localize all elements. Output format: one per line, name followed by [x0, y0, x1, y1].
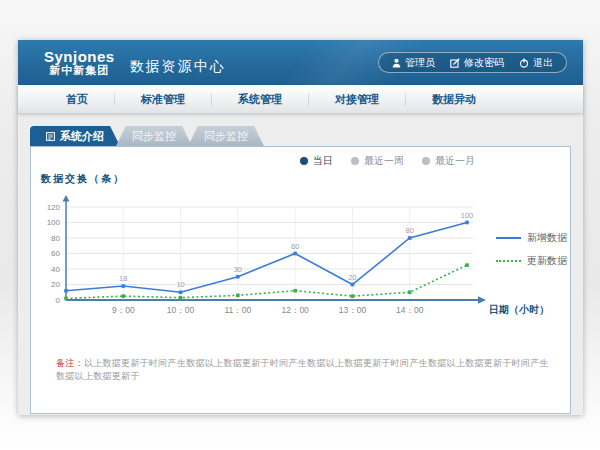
- chart-legend: 新增数据 更新数据: [496, 231, 567, 268]
- radio-dot: [422, 157, 430, 165]
- tab-sync-monitor-2[interactable]: 同步监控: [188, 126, 264, 146]
- legend-item-new-data: 新增数据: [496, 231, 567, 245]
- period-filter-group: 当日 最近一周 最近一月: [300, 154, 475, 168]
- legend-label: 更新数据: [527, 254, 567, 268]
- user-menu-change-password[interactable]: 修改密码: [450, 56, 504, 70]
- svg-text:0: 0: [56, 296, 61, 305]
- user-menu-logout[interactable]: 退出: [519, 56, 553, 70]
- user-menu: 管理员 修改密码 退出: [378, 52, 567, 73]
- user-menu-admin[interactable]: 管理员: [392, 56, 435, 70]
- x-axis-title: 日期（小时）: [489, 303, 549, 317]
- svg-text:80: 80: [406, 226, 414, 235]
- filter-today[interactable]: 当日: [300, 154, 333, 168]
- svg-text:18: 18: [119, 274, 127, 283]
- power-icon: [519, 58, 529, 68]
- line-chart: 0204060801001209：0010：0011：0012：0013：001…: [36, 195, 496, 320]
- tab-system-intro[interactable]: 系统介绍: [30, 126, 120, 146]
- svg-text:9：00: 9：00: [112, 305, 135, 315]
- svg-text:10: 10: [176, 280, 184, 289]
- tab-label: 同步监控: [132, 126, 176, 146]
- svg-text:120: 120: [47, 203, 61, 212]
- svg-text:14：00: 14：00: [396, 305, 424, 315]
- svg-text:60: 60: [51, 249, 60, 258]
- footnote-text: 以上数据更新于时间产生数据以上数据更新于时间产生数据以上数据更新于时间产生数据以…: [56, 358, 549, 381]
- nav-item-system[interactable]: 系统管理: [212, 93, 309, 106]
- svg-text:13：00: 13：00: [339, 305, 367, 315]
- chart-panel: 当日 最近一周 最近一月 数据交换（条） 0204060801001209：00…: [30, 146, 571, 414]
- svg-text:30: 30: [234, 265, 242, 274]
- user-menu-admin-label: 管理员: [405, 56, 435, 70]
- filter-last-month[interactable]: 最近一月: [422, 154, 475, 168]
- nav-item-home[interactable]: 首页: [40, 93, 115, 106]
- svg-text:40: 40: [51, 265, 60, 274]
- logo-text-cn: 新中新集团: [44, 65, 115, 77]
- legend-label: 新增数据: [527, 231, 567, 245]
- edit-icon: [450, 58, 460, 68]
- filter-last-week[interactable]: 最近一周: [351, 154, 404, 168]
- nav-item-interface[interactable]: 对接管理: [309, 93, 406, 106]
- filter-label: 最近一周: [364, 154, 404, 168]
- filter-label: 当日: [313, 154, 333, 168]
- filter-label: 最近一月: [435, 154, 475, 168]
- svg-text:60: 60: [291, 242, 299, 251]
- content-area: 系统介绍 同步监控 同步监控 当日 最近一周: [18, 113, 583, 415]
- nav-item-changes[interactable]: 数据异动: [406, 93, 502, 106]
- app-window: Synjones 新中新集团 数据资源中心 管理员 修改密码: [18, 40, 583, 415]
- svg-text:12：00: 12：00: [281, 305, 309, 315]
- user-menu-change-password-label: 修改密码: [464, 56, 504, 70]
- footnote-label: 备注：: [56, 358, 84, 368]
- radio-dot: [351, 157, 359, 165]
- svg-text:11：00: 11：00: [224, 305, 251, 315]
- legend-item-updated-data: 更新数据: [496, 254, 567, 268]
- document-icon: [46, 132, 55, 141]
- footnote: 备注：以上数据更新于时间产生数据以上数据更新于时间产生数据以上数据更新于时间产生…: [56, 357, 556, 383]
- svg-text:10：00: 10：00: [167, 305, 195, 315]
- page-title: 数据资源中心: [130, 58, 226, 76]
- svg-text:100: 100: [47, 218, 61, 227]
- tab-sync-monitor-1[interactable]: 同步监控: [116, 126, 192, 146]
- radio-dot: [300, 157, 308, 165]
- logo: Synjones 新中新集团: [44, 49, 115, 76]
- tab-label: 同步监控: [204, 126, 248, 146]
- svg-text:20: 20: [348, 273, 356, 282]
- svg-text:100: 100: [461, 211, 474, 220]
- tab-bar: 系统介绍 同步监控 同步监控: [30, 126, 264, 146]
- user-menu-logout-label: 退出: [533, 56, 553, 70]
- nav-item-standards[interactable]: 标准管理: [115, 93, 212, 106]
- svg-text:80: 80: [51, 234, 60, 243]
- header-bar: Synjones 新中新集团 数据资源中心 管理员 修改密码: [18, 40, 583, 85]
- svg-text:20: 20: [51, 280, 60, 289]
- logo-text-en: Synjones: [44, 49, 115, 65]
- user-icon: [392, 58, 401, 68]
- solid-line-swatch: [496, 237, 521, 239]
- y-axis-title: 数据交换（条）: [41, 172, 125, 186]
- dotted-line-swatch: [496, 260, 521, 262]
- main-nav: 首页 标准管理 系统管理 对接管理 数据异动: [18, 85, 583, 114]
- tab-label: 系统介绍: [60, 126, 104, 146]
